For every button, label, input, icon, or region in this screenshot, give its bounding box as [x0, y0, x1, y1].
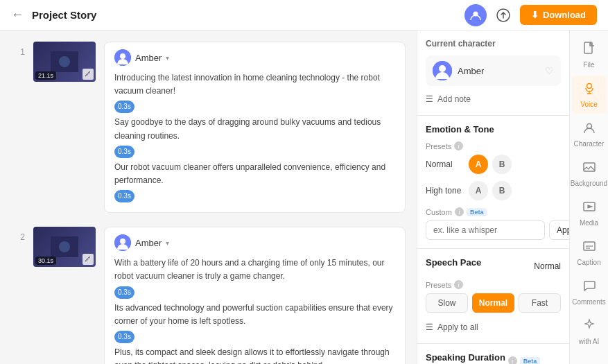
- time-badge: 0.3s: [114, 101, 134, 113]
- slow-pace-button[interactable]: Slow: [426, 293, 468, 313]
- svg-point-9: [120, 239, 125, 244]
- duration-beta-badge: Beta: [520, 357, 541, 365]
- pace-info-icon[interactable]: i: [454, 280, 463, 289]
- normal-presets: Normal A B: [426, 155, 561, 174]
- right-panel: Current character Amber ♡ ☰ Add note Emo…: [417, 31, 569, 364]
- sidebar-file-label: File: [583, 61, 594, 69]
- sidebar-item-ai[interactable]: with AI: [572, 313, 607, 351]
- slide-number: 1: [11, 42, 25, 57]
- duration-info-icon[interactable]: i: [508, 356, 517, 364]
- sidebar-item-media[interactable]: Media: [572, 194, 607, 232]
- slide-thumbnail[interactable]: 21.1s: [33, 42, 96, 82]
- slide-duration: 21.1s: [35, 71, 56, 80]
- svg-marker-27: [588, 205, 592, 208]
- sidebar-character-label: Character: [574, 140, 605, 148]
- page-title: Project Story: [32, 9, 464, 21]
- sidebar-comments-label: Comments: [572, 298, 605, 306]
- media-icon: [582, 200, 596, 217]
- voice-icon: [582, 81, 596, 98]
- pace-buttons: Slow Normal Fast: [426, 293, 561, 313]
- sidebar-item-voice[interactable]: Voice: [572, 76, 607, 114]
- header: ← Project Story ⬇ Download: [0, 0, 608, 31]
- character-name: Amber: [458, 66, 484, 76]
- beta-badge: Beta: [467, 208, 487, 216]
- add-note-button[interactable]: ☰ Add note: [426, 92, 561, 107]
- sidebar-item-comments[interactable]: Comments: [572, 273, 607, 311]
- sidebar-voice-label: Voice: [580, 101, 597, 108]
- emotion-tone-section: Emotion & Tone Presets i Normal A B High…: [417, 116, 569, 249]
- svg-point-5: [120, 53, 125, 59]
- presets-info-icon[interactable]: i: [454, 141, 463, 150]
- high-tone-label: High tone: [426, 186, 464, 196]
- download-button[interactable]: ⬇ Download: [520, 5, 597, 25]
- character-card: Amber ♡: [426, 55, 561, 86]
- custom-info-icon[interactable]: i: [455, 207, 464, 216]
- svg-point-7: [59, 241, 70, 252]
- sidebar-item-caption[interactable]: Caption: [572, 234, 607, 272]
- header-icons: ⬇ Download: [464, 4, 597, 26]
- time-badge: 0.3s: [114, 286, 134, 299]
- slide-edit-btn[interactable]: [82, 69, 94, 80]
- normal-preset-b[interactable]: B: [492, 155, 512, 174]
- normal-preset-a[interactable]: A: [469, 155, 488, 174]
- slide-duration: 30.1s: [35, 257, 56, 265]
- custom-label: Custom i Beta: [426, 207, 561, 216]
- apply-to-all-icon: ☰: [426, 322, 433, 332]
- back-button[interactable]: ←: [11, 8, 24, 22]
- custom-input-row: Apply: [426, 220, 561, 240]
- background-icon: [582, 160, 596, 177]
- sidebar-item-character[interactable]: Character: [572, 115, 607, 153]
- svg-point-21: [587, 84, 591, 89]
- author-avatar: [114, 234, 131, 251]
- pace-value: Normal: [534, 261, 561, 271]
- speech-pace-section: Speech Pace Normal Presets i Slow Normal…: [417, 249, 569, 344]
- slide-author: Amber ▾: [114, 234, 395, 251]
- char-avatar: [433, 61, 452, 80]
- slide-thumbnail[interactable]: 30.1s: [33, 227, 96, 267]
- current-character-label: Current character: [426, 39, 561, 49]
- high-tone-presets: High tone A B: [426, 181, 561, 200]
- character-icon: [582, 121, 596, 138]
- author-name: Amber: [135, 53, 162, 63]
- time-badge: 0.3s: [114, 331, 134, 343]
- sidebar-caption-label: Caption: [577, 259, 600, 266]
- speech-pace-title: Speech Pace: [426, 257, 481, 268]
- icon-sidebar: File Voice Character Background Media: [569, 31, 608, 364]
- ai-icon: [582, 318, 596, 336]
- high-tone-a[interactable]: A: [469, 181, 488, 200]
- upload-icon-btn[interactable]: [492, 4, 514, 26]
- sidebar-item-file[interactable]: File: [572, 36, 607, 74]
- pace-header: Speech Pace Normal: [426, 257, 561, 275]
- heart-icon[interactable]: ♡: [545, 65, 554, 76]
- emotion-tone-title: Emotion & Tone: [426, 124, 561, 135]
- pace-presets-label: Presets i: [426, 280, 561, 289]
- custom-tone-input[interactable]: [426, 220, 545, 240]
- svg-point-3: [59, 56, 70, 67]
- svg-rect-25: [584, 163, 595, 171]
- caption-icon: [582, 239, 596, 257]
- slide-content: Amber ▾ Introducing the latest innovatio…: [104, 42, 406, 213]
- svg-point-19: [439, 65, 446, 72]
- add-note-icon: ☰: [426, 94, 433, 104]
- sidebar-ai-label: with AI: [579, 338, 599, 345]
- speaking-duration-section: Speaking Duration i Beta Apply: [417, 344, 569, 364]
- author-chevron-icon[interactable]: ▾: [166, 239, 169, 247]
- custom-apply-button[interactable]: Apply: [549, 220, 569, 240]
- high-tone-b[interactable]: B: [492, 181, 512, 200]
- sidebar-media-label: Media: [580, 219, 598, 227]
- main-layout: 1 21.1s Amber ▾ Intro: [0, 31, 608, 364]
- character-section: Current character Amber ♡ ☰ Add note: [417, 31, 569, 116]
- sidebar-item-background[interactable]: Background: [572, 155, 607, 193]
- slide-text: Introducing the latest innovation in hom…: [114, 71, 395, 202]
- author-name: Amber: [135, 238, 162, 248]
- fast-pace-button[interactable]: Fast: [519, 293, 561, 313]
- presets-label: Presets i: [426, 141, 561, 150]
- time-badge: 0.3s: [114, 190, 134, 202]
- author-chevron-icon[interactable]: ▾: [166, 54, 169, 62]
- author-avatar: [114, 49, 131, 66]
- apply-to-all-button[interactable]: ☰ Apply to all: [426, 320, 561, 335]
- slide-text: With a battery life of 20 hours and a ch…: [114, 257, 395, 364]
- normal-pace-button[interactable]: Normal: [472, 293, 514, 313]
- user-avatar[interactable]: [464, 4, 487, 26]
- slide-edit-btn[interactable]: [82, 254, 94, 265]
